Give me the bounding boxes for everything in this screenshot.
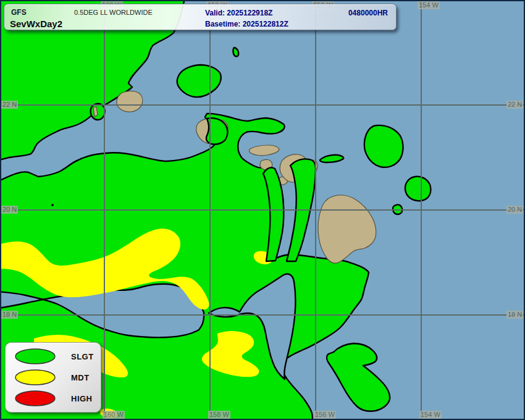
lat-label-left-18n: 18 N bbox=[1, 311, 18, 319]
legend-label-mdt: MDT bbox=[71, 373, 90, 382]
legend-row-slgt: SLGT bbox=[6, 349, 101, 364]
grid-resolution: 0.5DEG LL WORLDWIDE bbox=[74, 9, 153, 16]
slight-risk-blob-niihau bbox=[91, 104, 105, 120]
lat-label-right-22n: 22 N bbox=[506, 101, 523, 109]
legend-row-high: HIGH bbox=[6, 391, 101, 406]
lon-label-bottom-154w: 154 W bbox=[419, 411, 442, 419]
base-time: Basetime: 2025122812Z bbox=[205, 20, 288, 28]
island-kauai bbox=[117, 91, 143, 112]
slight-risk-blob-east bbox=[405, 177, 430, 201]
high-risk-swatch-icon bbox=[14, 390, 56, 406]
forecast-hour: 0480000HR bbox=[348, 9, 388, 17]
legend-row-mdt: MDT bbox=[6, 370, 101, 385]
lon-label-bottom-158w: 158 W bbox=[208, 411, 230, 419]
moderate-risk-swatch-icon bbox=[14, 369, 56, 385]
small-islet-dot bbox=[51, 204, 54, 206]
lat-label-right-18n: 18 N bbox=[506, 311, 523, 319]
lon-label-bottom-160w: 160 W bbox=[103, 411, 125, 419]
app-window: 160 W 158 W 156 W 154 W 160 W 158 W 156 … bbox=[0, 0, 525, 420]
legend-label-slgt: SLGT bbox=[71, 352, 94, 361]
lat-label-left-22n: 22 N bbox=[1, 101, 18, 109]
risk-legend: SLGT MDT HIGH bbox=[5, 342, 101, 413]
valid-time: Valid: 2025122918Z bbox=[205, 9, 272, 17]
slight-risk-swatch-icon bbox=[14, 348, 56, 364]
model-name: GFS bbox=[11, 8, 27, 17]
lon-label-bottom-156w: 156 W bbox=[314, 411, 336, 419]
product-name: SevWxDay2 bbox=[10, 19, 62, 29]
legend-label-high: HIGH bbox=[71, 394, 93, 403]
lon-label-top-154w: 154 W bbox=[418, 1, 440, 9]
title-bar: GFS 0.5DEG LL WORLDWIDE SevWxDay2 Valid:… bbox=[4, 4, 397, 30]
lat-label-left-20n: 20 N bbox=[1, 206, 18, 214]
lat-label-right-20n: 20 N bbox=[506, 206, 523, 214]
slight-risk-blob-center-east bbox=[364, 125, 403, 167]
